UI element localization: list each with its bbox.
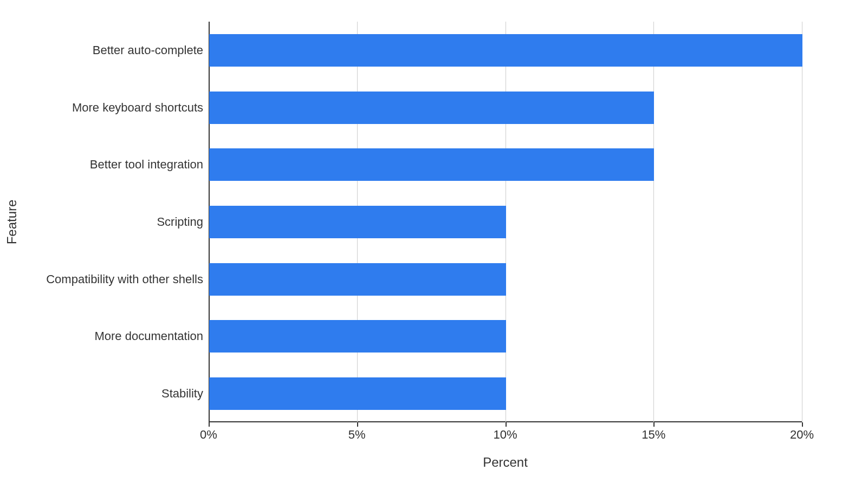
x-tick-mark [653,422,655,427]
y-tick-label: Compatibility with other shells [24,272,203,286]
y-axis-title: Feature [4,22,20,422]
x-tick-label: 10% [493,428,517,442]
y-tick-label: Better tool integration [24,158,203,172]
x-tick-label: 15% [642,428,665,442]
x-tick-mark [802,422,803,427]
x-tick-mark [506,422,507,427]
bar [209,206,506,238]
y-tick-label: Scripting [24,215,203,229]
y-axis-title-text: Feature [4,200,20,245]
y-tick-label: Better auto-complete [24,43,203,57]
y-tick-label: More documentation [24,330,203,343]
gridline [802,22,802,422]
x-tick-label: 0% [200,428,217,442]
x-axis-title: Percent [209,455,802,470]
bar [209,320,506,353]
plot-area [209,22,802,422]
bar [209,148,654,181]
bar [209,92,654,124]
gridline [653,22,654,422]
horizontal-bar-chart: Feature 0%5%10%15%20% Better auto-comple… [0,0,868,483]
bar [209,34,802,67]
x-tick-label: 20% [790,428,814,442]
bar [209,263,506,296]
y-tick-label: More keyboard shortcuts [24,101,203,114]
x-tick-mark [209,422,210,427]
x-tick-mark [357,422,358,427]
x-tick-label: 5% [348,428,366,442]
y-tick-label: Stability [24,387,203,400]
bar [209,377,506,410]
